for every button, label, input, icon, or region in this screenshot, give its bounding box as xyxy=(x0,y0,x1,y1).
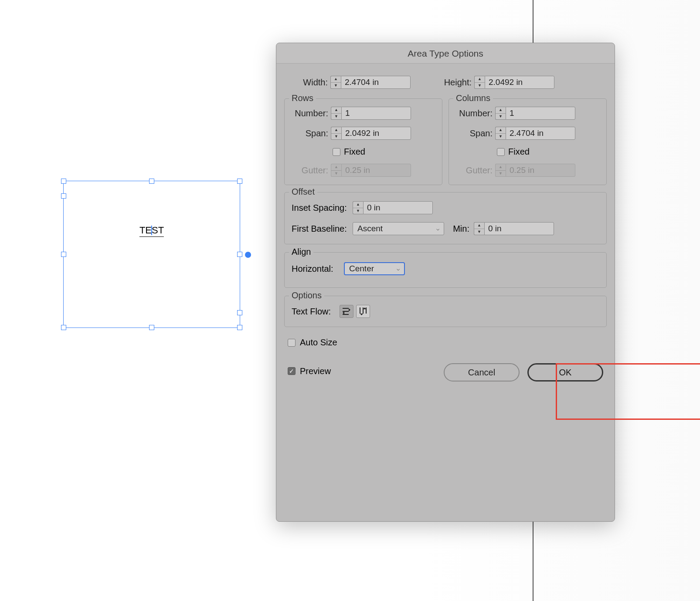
first-baseline-label: First Baseline: xyxy=(292,224,348,234)
auto-size-checkbox[interactable] xyxy=(288,339,296,347)
stepper-arrows-icon: ▲▼ xyxy=(331,164,341,177)
rows-group: Rows Number: ▲▼ Span: ▲▼ xyxy=(284,98,442,185)
rows-gutter-label: Gutter: xyxy=(291,165,328,176)
stepper-arrows-icon[interactable]: ▲▼ xyxy=(353,201,363,214)
columns-fixed-label: Fixed xyxy=(508,147,530,157)
rows-fixed-label: Fixed xyxy=(344,147,365,157)
out-port[interactable] xyxy=(237,310,242,315)
columns-number-label: Number: xyxy=(455,108,493,118)
rows-span-label: Span: xyxy=(291,128,328,138)
stepper-arrows-icon[interactable]: ▲▼ xyxy=(330,76,341,89)
handle[interactable] xyxy=(237,179,242,184)
handle[interactable] xyxy=(149,179,154,184)
stepper-arrows-icon[interactable]: ▲▼ xyxy=(331,107,341,120)
canvas-text-frame[interactable]: TEST xyxy=(63,181,240,328)
height-field[interactable]: ▲▼ xyxy=(474,76,554,89)
align-horizontal-value: Center xyxy=(349,264,374,273)
rows-span-field[interactable]: ▲▼ xyxy=(331,127,411,140)
min-label: Min: xyxy=(449,224,469,234)
columns-group: Columns Number: ▲▼ Span: ▲▼ xyxy=(449,98,607,185)
stepper-arrows-icon: ▲▼ xyxy=(495,164,506,177)
stepper-arrows-icon[interactable]: ▲▼ xyxy=(495,107,506,120)
min-input[interactable] xyxy=(484,222,554,235)
textflow-ttb-cols-icon xyxy=(359,307,367,316)
offset-group: Offset Inset Spacing: ▲▼ First Baseline:… xyxy=(284,192,607,244)
stepper-arrows-icon[interactable]: ▲▼ xyxy=(474,76,485,89)
columns-span-input[interactable] xyxy=(506,127,575,140)
handle[interactable] xyxy=(61,325,66,330)
dialog-title: Area Type Options xyxy=(276,43,615,64)
align-horizontal-label: Horizontal: xyxy=(292,264,340,274)
chevron-down-icon: ⌵ xyxy=(436,226,439,232)
auto-size-label: Auto Size xyxy=(300,338,337,348)
rows-span-input[interactable] xyxy=(341,127,411,140)
textflow-ttb-cols-button[interactable] xyxy=(356,305,370,318)
thread-out-dot[interactable] xyxy=(245,252,251,258)
height-input[interactable] xyxy=(485,76,554,89)
first-baseline-dropdown[interactable]: Ascent ⌵ xyxy=(353,222,444,235)
inset-spacing-field[interactable]: ▲▼ xyxy=(353,201,433,214)
rows-number-label: Number: xyxy=(291,108,328,118)
columns-number-input[interactable] xyxy=(506,107,575,120)
textflow-label: Text Flow: xyxy=(292,307,335,317)
inset-spacing-input[interactable] xyxy=(363,201,433,214)
width-input[interactable] xyxy=(341,76,411,89)
ok-button[interactable]: OK xyxy=(527,363,603,382)
rows-gutter-field: ▲▼ xyxy=(331,164,411,177)
min-field[interactable]: ▲▼ xyxy=(474,222,554,235)
in-port[interactable] xyxy=(61,193,66,199)
stepper-arrows-icon[interactable]: ▲▼ xyxy=(474,222,484,235)
align-group: Align Horizontal: Center ⌵ xyxy=(284,252,607,288)
handle[interactable] xyxy=(237,325,242,330)
columns-gutter-field: ▲▼ xyxy=(495,164,575,177)
columns-span-label: Span: xyxy=(455,128,493,138)
chevron-down-icon: ⌵ xyxy=(397,266,400,272)
handle[interactable] xyxy=(61,252,66,257)
columns-gutter-input xyxy=(506,164,575,177)
canvas-text[interactable]: TEST xyxy=(139,225,164,236)
preview-checkbox[interactable]: ✓ xyxy=(288,367,296,375)
align-legend: Align xyxy=(289,247,313,257)
height-label: Height: xyxy=(432,78,472,88)
textflow-ltr-rows-icon xyxy=(342,307,351,315)
options-legend: Options xyxy=(289,290,324,300)
columns-number-field[interactable]: ▲▼ xyxy=(495,107,575,120)
handle[interactable] xyxy=(237,252,242,257)
handle[interactable] xyxy=(61,179,66,184)
rows-number-field[interactable]: ▲▼ xyxy=(331,107,411,120)
area-type-options-dialog: Area Type Options Width: ▲▼ Height: ▲▼ xyxy=(276,43,615,522)
options-group: Options Text Flow: xyxy=(284,296,607,327)
columns-fixed-checkbox[interactable] xyxy=(497,148,505,156)
columns-gutter-label: Gutter: xyxy=(455,165,493,176)
rows-fixed-checkbox[interactable] xyxy=(333,148,340,156)
rows-legend: Rows xyxy=(289,93,316,103)
width-field[interactable]: ▲▼ xyxy=(330,76,411,89)
rows-number-input[interactable] xyxy=(341,107,411,120)
offset-legend: Offset xyxy=(289,187,317,197)
preview-label: Preview xyxy=(300,366,331,376)
columns-span-field[interactable]: ▲▼ xyxy=(495,127,575,140)
handle[interactable] xyxy=(149,325,154,330)
textflow-ltr-rows-button[interactable] xyxy=(340,305,353,318)
align-horizontal-dropdown[interactable]: Center ⌵ xyxy=(344,262,405,275)
stepper-arrows-icon[interactable]: ▲▼ xyxy=(331,127,341,140)
inset-spacing-label: Inset Spacing: xyxy=(292,203,348,213)
width-label: Width: xyxy=(289,78,328,88)
first-baseline-value: Ascent xyxy=(357,224,383,233)
rows-gutter-input xyxy=(341,164,411,177)
columns-legend: Columns xyxy=(453,93,493,103)
cancel-button[interactable]: Cancel xyxy=(444,363,520,382)
stepper-arrows-icon[interactable]: ▲▼ xyxy=(495,127,506,140)
